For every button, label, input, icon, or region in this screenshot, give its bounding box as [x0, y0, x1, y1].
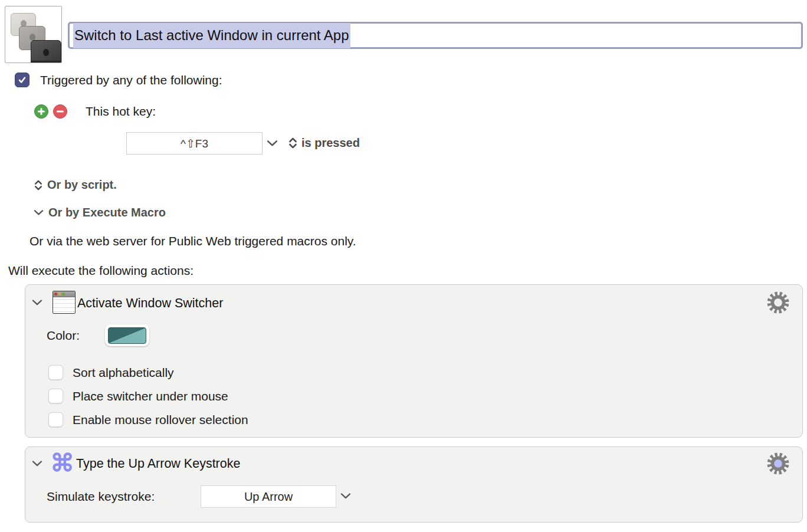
action-title: Activate Window Switcher	[77, 296, 223, 311]
triggered-by-label: Triggered by any of the following:	[40, 73, 222, 87]
gear-icon	[766, 291, 790, 314]
window-dot-green	[62, 293, 65, 295]
web-server-note: Or via the web server for Public Web tri…	[29, 234, 356, 248]
hotkey-trigger-label: This hot key:	[86, 104, 156, 119]
color-label: Color:	[47, 329, 80, 343]
place-switcher-under-mouse-label: Place switcher under mouse	[73, 389, 228, 403]
color-swatch	[108, 327, 146, 344]
place-switcher-under-mouse-checkbox[interactable]	[48, 389, 63, 403]
keystroke-input[interactable]: Up Arrow	[201, 485, 336, 508]
color-well-button[interactable]	[105, 324, 149, 346]
chevron-down-icon	[34, 209, 44, 216]
actions-header: Will execute the following actions:	[8, 264, 193, 278]
hotkey-value: ^⇧F3	[181, 137, 208, 150]
hotkey-condition-label: is pressed	[301, 136, 360, 150]
keystroke-value: Up Arrow	[244, 490, 293, 504]
plus-icon	[38, 108, 45, 115]
or-by-execute-macro-label: Or by Execute Macro	[48, 206, 166, 219]
or-by-script-popup[interactable]: Or by script.	[34, 178, 117, 192]
add-trigger-button[interactable]	[34, 104, 48, 119]
action-activate-window-switcher: Activate Window Switcher Color: Sort alp…	[25, 284, 803, 438]
remove-trigger-button[interactable]	[53, 104, 67, 119]
enable-mouse-rollover-checkbox[interactable]	[48, 412, 63, 427]
sort-alphabetically-label: Sort alphabetically	[73, 366, 174, 380]
or-by-script-label: Or by script.	[47, 178, 117, 192]
action-type-up-arrow-keystroke: ⌘ Type the Up Arrow Keystroke Simulate k…	[25, 446, 803, 523]
checkmark-icon	[18, 75, 27, 84]
keyboard-maestro-macro-editor: Switch to Last active Window in current …	[0, 0, 807, 532]
updown-chevrons-icon	[34, 180, 42, 191]
keystroke-chevron-down-icon[interactable]	[340, 492, 351, 500]
macro-title-selected-text: Switch to Last active Window in current …	[73, 23, 350, 48]
window-dot-red	[54, 293, 57, 295]
macro-icon	[5, 6, 62, 63]
macro-title-input[interactable]: Switch to Last active Window in current …	[68, 22, 803, 49]
sort-alphabetically-checkbox[interactable]	[48, 365, 63, 380]
action-gear-button[interactable]	[766, 452, 790, 475]
hotkey-chevron-down-icon[interactable]	[267, 140, 278, 147]
window-dot-yellow	[58, 293, 61, 295]
enable-mouse-rollover-label: Enable mouse rollover selection	[73, 413, 248, 427]
keycap-dark-icon	[31, 40, 61, 63]
command-key-icon: ⌘	[50, 451, 74, 475]
or-by-execute-macro-disclosure[interactable]: Or by Execute Macro	[34, 206, 166, 219]
action-title: Type the Up Arrow Keystroke	[76, 457, 240, 471]
gear-icon	[766, 452, 790, 475]
collapse-chevron-icon[interactable]	[32, 299, 42, 306]
action-gear-button[interactable]	[766, 291, 790, 314]
simulate-keystroke-label: Simulate keystroke:	[47, 490, 155, 504]
window-switcher-icon	[53, 291, 76, 314]
collapse-chevron-icon[interactable]	[32, 460, 42, 467]
hotkey-condition-popup[interactable]: is pressed	[288, 136, 360, 150]
triggered-by-checkbox[interactable]	[15, 73, 29, 87]
minus-icon	[57, 108, 64, 115]
updown-chevrons-icon	[288, 137, 297, 149]
hotkey-input[interactable]: ^⇧F3	[126, 132, 263, 155]
